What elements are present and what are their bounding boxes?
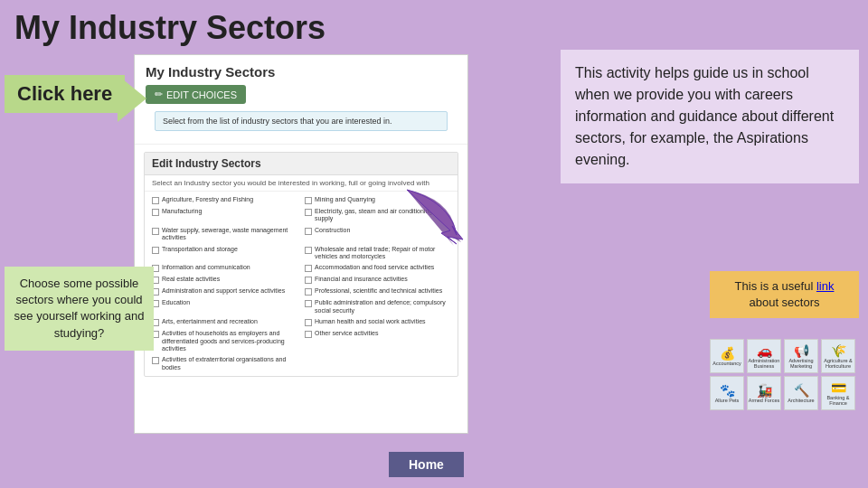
mockup-info-bar: Select from the list of industry sectors…	[155, 111, 448, 131]
useful-link-text: This is a useful link about sectors	[719, 278, 850, 311]
tile-icon-0: 💰	[720, 347, 735, 360]
checkbox-label: Accommodation and food service activitie…	[315, 264, 434, 271]
tile-label-7: Banking & Finance	[822, 395, 854, 406]
checkbox-label: Agriculture, Forestry and Fishing	[162, 196, 253, 203]
checkbox-label: Mining and Quarrying	[315, 196, 375, 203]
checkbox-label: Water supply, sewerage, waste management…	[162, 227, 297, 242]
checkbox-input[interactable]	[152, 357, 159, 364]
checkbox-input[interactable]	[305, 331, 312, 338]
pencil-icon	[155, 89, 163, 100]
sector-tile-3[interactable]: 🌾Agriculture & Horticulture	[821, 339, 855, 373]
tile-label-6: Architecture	[788, 398, 814, 403]
checkbox-label: Transportation and storage	[162, 246, 238, 253]
checkbox-right-7: Public administration and defence; compu…	[305, 299, 450, 314]
useful-link-anchor[interactable]: link	[816, 279, 835, 293]
useful-link-before: This is a useful	[735, 279, 816, 293]
sector-tile-1[interactable]: 🚗Administration Business	[747, 339, 781, 373]
tile-icon-1: 🚗	[757, 344, 772, 357]
tile-icon-4: 🐾	[720, 384, 735, 397]
sector-tile-6[interactable]: 🔨Architecture	[784, 376, 818, 410]
tile-icon-5: 🚂	[757, 384, 772, 397]
checkbox-left-7: Education	[152, 299, 297, 314]
click-here-arrow	[118, 75, 146, 122]
checkbox-label: Manufacturing	[162, 208, 202, 215]
checkbox-right-9: Other service activities	[305, 330, 450, 352]
checkbox-left-3: Transportation and storage	[152, 246, 297, 261]
info-text-line1: This activity helps guide us in school w…	[575, 65, 834, 167]
checkbox-label: Information and communication	[162, 264, 250, 271]
checkbox-input[interactable]	[152, 209, 159, 216]
tile-icon-2: 📢	[794, 344, 809, 357]
checkbox-left-8: Arts, entertainment and recreation	[152, 318, 297, 326]
checkbox-label: Financial and insurance activities	[315, 276, 408, 283]
useful-link-box: This is a useful link about sectors	[710, 271, 859, 318]
checkbox-label: Activities of extraterritorial organisat…	[162, 356, 297, 371]
info-box-text: This activity helps guide us in school w…	[575, 62, 844, 171]
mockup-header: My Industry Sectors EDIT CHOICES Select …	[135, 55, 467, 145]
info-box: This activity helps guide us in school w…	[561, 50, 859, 183]
useful-link-after: about sectors	[749, 296, 819, 309]
mockup-edit-button[interactable]: EDIT CHOICES	[146, 85, 246, 104]
checkbox-label: Administration and support service activ…	[162, 287, 285, 295]
checkbox-right-8: Human health and social work activities	[305, 318, 450, 326]
checkbox-label: Arts, entertainment and recreation	[162, 318, 258, 325]
checkbox-right-10: Activities of extraterritorial organisat…	[152, 356, 297, 371]
edit-button-label: EDIT CHOICES	[166, 89, 237, 100]
checkbox-right-4: Accommodation and food service activitie…	[305, 264, 450, 272]
checkbox-input[interactable]	[152, 228, 159, 235]
sector-tile-5[interactable]: 🚂Armed Forces	[747, 376, 781, 410]
checkbox-label: Professional, scientific and technical a…	[315, 287, 442, 295]
tile-icon-6: 🔨	[794, 384, 809, 397]
checkbox-left-0: Agriculture, Forestry and Fishing	[152, 196, 297, 204]
tile-label-2: Advertising Marketing	[785, 358, 817, 369]
checkbox-left-2: Water supply, sewerage, waste management…	[152, 227, 297, 242]
checkbox-label: Other service activities	[315, 330, 378, 337]
checkbox-label: Public administration and defence; compu…	[315, 299, 450, 314]
tile-label-4: Allure Pets	[715, 398, 740, 403]
checkbox-label: Activities of households as employers an…	[162, 330, 297, 352]
checkbox-input[interactable]	[305, 247, 312, 254]
sector-tile-0[interactable]: 💰Accountancy	[710, 339, 744, 373]
checkbox-left-5: Real estate activities	[152, 276, 297, 284]
tile-label-1: Administration Business	[748, 358, 780, 369]
checkbox-left-1: Manufacturing	[152, 208, 297, 223]
checkbox-label: Education	[162, 299, 190, 306]
choose-sectors-text: Choose some possible sectors where you c…	[14, 276, 145, 342]
checkbox-input[interactable]	[305, 265, 312, 272]
tile-label-3: Agriculture & Horticulture	[822, 358, 854, 369]
checkbox-input[interactable]	[305, 277, 312, 284]
checkbox-input[interactable]	[305, 319, 312, 326]
sector-tiles-grid: 💰Accountancy🚗Administration Business📢Adv…	[710, 339, 859, 410]
mockup-header-title: My Industry Sectors	[146, 64, 457, 80]
choose-sectors-box: Choose some possible sectors where you c…	[5, 267, 154, 351]
checkbox-label: Construction	[315, 227, 350, 234]
checkbox-left-6: Administration and support service activ…	[152, 287, 297, 296]
checkbox-input[interactable]	[152, 197, 159, 204]
checkbox-input[interactable]	[305, 228, 312, 235]
checkbox-input[interactable]	[305, 300, 312, 307]
tile-label-5: Armed Forces	[749, 398, 780, 403]
checkbox-left-9: Activities of households as employers an…	[152, 330, 297, 352]
tile-icon-3: 🌾	[831, 344, 846, 357]
big-arrow	[398, 181, 470, 253]
checkbox-input[interactable]	[305, 288, 312, 296]
checkbox-label: Real estate activities	[162, 276, 220, 283]
home-button[interactable]: Home	[389, 452, 464, 477]
mockup-edit-title: Edit Industry Sectors	[145, 153, 458, 175]
page-title: My Industry Sectors	[0, 0, 868, 52]
checkbox-left-4: Information and communication	[152, 264, 297, 272]
sector-tile-2[interactable]: 📢Advertising Marketing	[784, 339, 818, 373]
checkbox-right-6: Professional, scientific and technical a…	[305, 287, 450, 296]
checkbox-right-5: Financial and insurance activities	[305, 276, 450, 284]
checkbox-label: Human health and social work activities	[315, 318, 426, 325]
checkbox-input[interactable]	[305, 209, 312, 216]
tile-icon-7: 💳	[831, 381, 846, 394]
click-here-button[interactable]: Click here	[5, 75, 125, 113]
tile-label-0: Accountancy	[712, 361, 741, 366]
sector-tile-4[interactable]: 🐾Allure Pets	[710, 376, 744, 410]
sector-tile-7[interactable]: 💳Banking & Finance	[821, 376, 855, 410]
checkbox-input[interactable]	[152, 247, 159, 254]
checkbox-input[interactable]	[305, 197, 312, 204]
